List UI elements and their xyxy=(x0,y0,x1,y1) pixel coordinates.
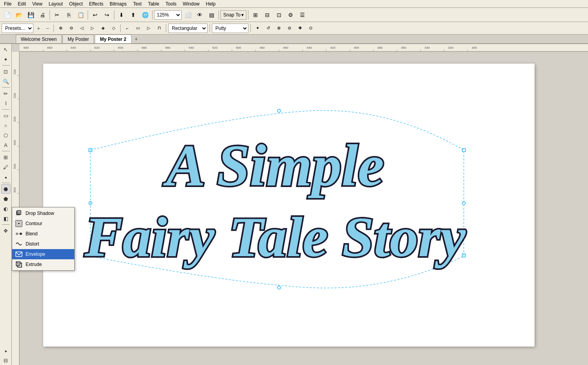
color-tool[interactable]: ◐ xyxy=(1,204,11,213)
node-add-button[interactable]: ⊕ xyxy=(56,24,65,33)
menu-tools[interactable]: Tools xyxy=(163,1,179,7)
tab-my-poster-2[interactable]: My Poster 2 xyxy=(95,35,131,43)
fill-tool[interactable]: ⬥ xyxy=(1,172,11,182)
svg-rect-80 xyxy=(462,149,465,152)
envelope-add-button[interactable]: ✚ xyxy=(295,24,305,33)
menu-window[interactable]: Window xyxy=(180,1,202,7)
putty-select[interactable]: Putty Elastic Perspective xyxy=(212,24,248,33)
snap-to-button[interactable]: Snap To ▾ xyxy=(220,10,246,20)
view-toggle-button[interactable]: 👁 xyxy=(194,9,205,20)
menu-table[interactable]: Table xyxy=(145,1,162,7)
view-mode-button[interactable]: ▤ xyxy=(206,9,217,20)
lt-sep6 xyxy=(2,224,10,225)
popup-extrude-label: Extrude xyxy=(26,262,42,267)
node-remove-button[interactable]: ⊖ xyxy=(66,24,76,33)
popup-extrude[interactable]: Extrude xyxy=(12,259,74,270)
bottom-tool2[interactable]: ⊟ xyxy=(1,356,11,365)
freehand-tool[interactable]: ✏ xyxy=(1,89,11,98)
canvas-area: 680 660 640 620 600 580 560 540 520 500 … xyxy=(12,44,588,365)
shape-circ-button[interactable]: ▷ xyxy=(144,24,153,33)
export-button[interactable]: ⬆ xyxy=(128,9,139,20)
blend-tool[interactable]: ⬟ xyxy=(1,194,11,204)
envelope-apply-button[interactable]: ✦ xyxy=(253,24,262,33)
transform-button[interactable]: ⊡ xyxy=(274,9,285,20)
menu-effects[interactable]: Effects xyxy=(87,1,106,7)
tab-add-button[interactable]: + xyxy=(132,35,140,43)
print-button[interactable]: 🖨 xyxy=(37,9,48,20)
cut-button[interactable]: ✂ xyxy=(51,9,62,20)
svg-rect-81 xyxy=(89,254,92,257)
menu-edit[interactable]: Edit xyxy=(15,1,28,7)
envelope-clear-button[interactable]: ⊘ xyxy=(285,24,294,33)
menu-text[interactable]: Text xyxy=(130,1,144,7)
node-end-button[interactable]: ▷ xyxy=(88,24,97,33)
left-toolbar: ↖ ✦ ⊡ 🔍 ✏ ⌇ ▭ ○ ⬡ A ⊞ 🖊 ⬥ ⬣ ⬟ ◐ ◧ ✥ ⬥ ⊟ xyxy=(0,44,12,365)
node-start-button[interactable]: ◁ xyxy=(77,24,86,33)
open-button[interactable]: 📂 xyxy=(13,9,24,20)
add-preset-button[interactable]: + xyxy=(35,24,42,32)
polygon-tool[interactable]: ⬡ xyxy=(1,130,11,140)
distribute-button[interactable]: ⊟ xyxy=(262,9,273,20)
zoom-tool[interactable]: 🔍 xyxy=(1,77,11,86)
undo-button[interactable]: ↩ xyxy=(90,9,101,20)
corner-button[interactable]: ⌐ xyxy=(123,24,132,33)
separator9 xyxy=(166,24,166,32)
eyedropper-tool[interactable]: 🖊 xyxy=(1,162,11,172)
redo-button[interactable]: ↪ xyxy=(101,9,112,20)
svg-text:480: 480 xyxy=(259,46,265,50)
ellipse-tool[interactable]: ○ xyxy=(1,121,11,130)
svg-rect-79 xyxy=(89,149,92,152)
svg-point-76 xyxy=(277,286,281,289)
separator4 xyxy=(152,10,153,20)
shape-trapz-button[interactable]: ⊓ xyxy=(154,24,164,33)
tab-welcome[interactable]: Welcome Screen xyxy=(16,35,62,43)
shape-select[interactable]: Rectangular Circular Freehand xyxy=(168,24,208,33)
envelope-circle-button[interactable]: ⊙ xyxy=(306,24,315,33)
effects-tool[interactable]: ⬣ xyxy=(1,184,11,194)
node-tool[interactable]: ✦ xyxy=(1,55,11,64)
options-button[interactable]: ⚙ xyxy=(285,9,296,20)
tab-my-poster[interactable]: My Poster xyxy=(62,35,94,43)
menu-bitmaps[interactable]: Bitmaps xyxy=(107,1,129,7)
text-tool[interactable]: A xyxy=(1,140,11,150)
popup-drop-shadow[interactable]: Drop Shadow xyxy=(12,208,74,218)
import-button[interactable]: ⬇ xyxy=(116,9,127,20)
paste-button[interactable]: 📋 xyxy=(75,9,86,20)
preset-select[interactable]: Presets... xyxy=(2,24,33,33)
zoom-select[interactable]: 125% 100% 75% 50% xyxy=(154,10,182,20)
menu-layout[interactable]: Layout xyxy=(46,1,65,7)
zoom-full-button[interactable]: ⬜ xyxy=(182,9,193,20)
smart-draw-tool[interactable]: ⌇ xyxy=(1,99,11,108)
remove-preset-button[interactable]: − xyxy=(44,24,51,32)
envelope-reset-button[interactable]: ↺ xyxy=(263,24,273,33)
shadow-tool[interactable]: ◧ xyxy=(1,214,11,223)
menu-help[interactable]: Help xyxy=(204,1,218,7)
save-button[interactable]: 💾 xyxy=(25,9,36,20)
table-tool[interactable]: ⊞ xyxy=(1,152,11,162)
bottom-tool1[interactable]: ⬥ xyxy=(1,346,11,355)
menu-object[interactable]: Object xyxy=(67,1,85,7)
envelope-copy-button[interactable]: ⊗ xyxy=(274,24,283,33)
title-svg: A Simple Fairy Tale Story xyxy=(43,64,535,347)
menu-file[interactable]: File xyxy=(2,1,14,7)
popup-distort[interactable]: Distort xyxy=(12,239,74,249)
blend-icon xyxy=(15,230,22,237)
extra-button[interactable]: ☰ xyxy=(297,9,308,20)
new-button[interactable]: 📄 xyxy=(2,9,13,20)
node-move-button[interactable]: ◈ xyxy=(98,24,108,33)
copy-button[interactable]: ⎘ xyxy=(63,9,74,20)
node-break-button[interactable]: ◇ xyxy=(109,24,118,33)
publish-button[interactable]: 🌐 xyxy=(140,9,151,20)
crop-tool[interactable]: ⊡ xyxy=(1,67,11,76)
separator6 xyxy=(248,10,248,20)
pan-tool[interactable]: ✥ xyxy=(1,226,11,235)
shape-rect-button[interactable]: ▭ xyxy=(133,24,143,33)
popup-envelope[interactable]: Envelope xyxy=(12,249,74,259)
lt-sep5 xyxy=(2,183,10,183)
align-button[interactable]: ⊞ xyxy=(250,9,261,20)
rect-tool[interactable]: ▭ xyxy=(1,111,11,120)
select-tool[interactable]: ↖ xyxy=(1,45,11,54)
popup-blend[interactable]: Blend xyxy=(12,229,74,239)
menu-view[interactable]: View xyxy=(30,1,45,7)
popup-contour[interactable]: Contour xyxy=(12,218,74,229)
